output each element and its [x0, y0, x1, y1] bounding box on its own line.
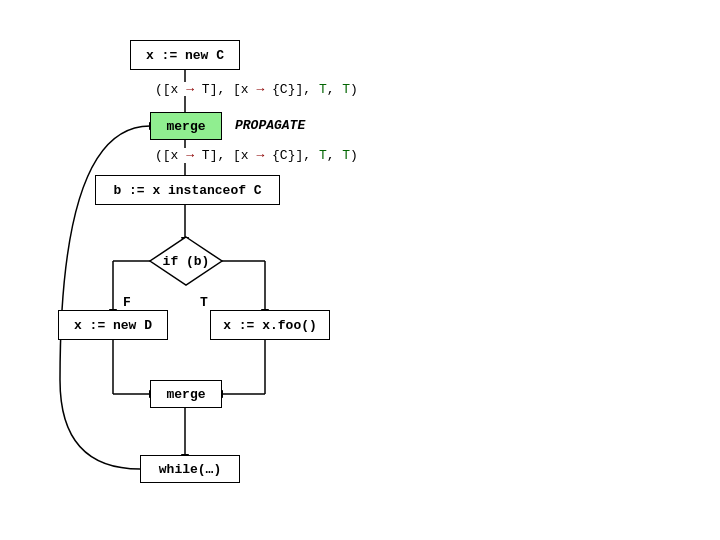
assign-new-c-node: x := new C — [130, 40, 240, 70]
assign-new-d-node: x := new D — [58, 310, 168, 340]
while-node: while(…) — [140, 455, 240, 483]
merge1-node: merge — [150, 112, 222, 140]
instanceof-node: b := x instanceof C — [95, 175, 280, 205]
t-label: T — [200, 295, 208, 310]
merge2-node: merge — [150, 380, 222, 408]
f-label: F — [123, 295, 131, 310]
arrows-svg — [0, 0, 720, 540]
if-b-node: if (b) — [148, 235, 224, 287]
propagate-label: PROPAGATE — [235, 118, 305, 133]
type-state-2: ([x → T], [x → {C}], T, T) — [155, 148, 358, 163]
type-state-1: ([x → T], [x → {C}], T, T) — [155, 82, 358, 97]
flowchart-diagram: x := new C ([x → T], [x → {C}], T, T) me… — [0, 0, 720, 540]
assign-foo-node: x := x.foo() — [210, 310, 330, 340]
